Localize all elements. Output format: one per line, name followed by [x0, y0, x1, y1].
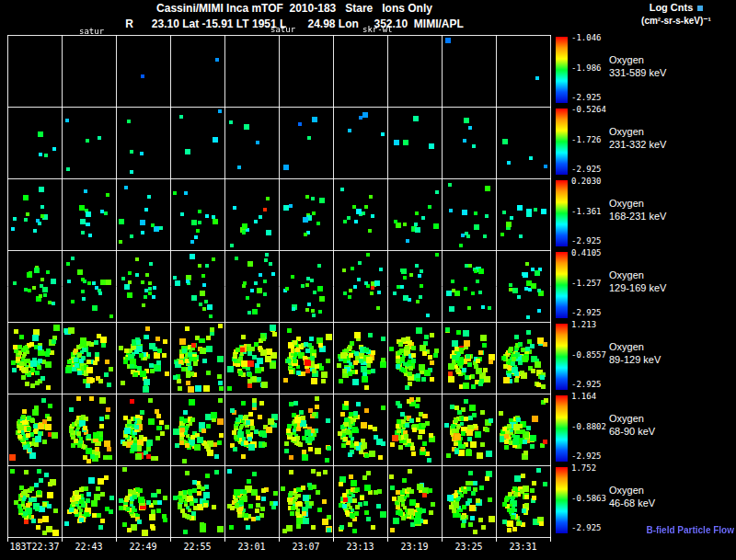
colorbar-min-label: -2.925 — [571, 165, 602, 174]
colorbar-max-label: 1.752 — [571, 463, 596, 473]
energy-band-range: 331-589 keV — [609, 67, 666, 78]
colorbar-legend: Log Cnts (cm²-sr-s-keV)⁻¹ — [618, 2, 734, 26]
colorbar — [556, 37, 568, 103]
time-axis-label: 23:19 — [400, 542, 428, 552]
colorbar-max-label: -0.5264 — [571, 105, 606, 114]
colorbar — [556, 109, 568, 175]
axis-tick-icon — [550, 538, 551, 542]
colorbar-mid-label: -1.361 — [571, 207, 602, 216]
time-axis-label: 22:43 — [75, 542, 102, 552]
colorbar-max-label: 0.4105 — [571, 248, 602, 257]
axis-tick-icon — [7, 538, 8, 542]
bfield-note: B-field Particle Flow — [570, 525, 734, 535]
time-axis-label: 183T22:37 — [9, 542, 59, 552]
energy-band-species: Oxygen — [609, 126, 644, 137]
colorbar-min-label: -2.925 — [571, 308, 602, 317]
colorbar — [556, 324, 568, 390]
time-axis-label: 23:01 — [237, 542, 265, 552]
colorbar-min-label: -2.925 — [571, 93, 602, 102]
energy-band-species: Oxygen — [609, 269, 644, 280]
energy-band-range: 231-332 keV — [609, 139, 666, 150]
colorbar-min-label: -2.925 — [571, 380, 602, 389]
axis-tick-icon — [224, 538, 225, 542]
time-axis-label: 22:49 — [129, 542, 156, 552]
energy-band-species: Oxygen — [609, 485, 644, 496]
colorbar-mid-label: -0.8557 — [571, 350, 606, 360]
colorbar-mid-label: -1.726 — [571, 135, 602, 144]
legend-swatch-icon — [697, 6, 703, 11]
time-axis-label: 22:55 — [183, 542, 211, 552]
colorbar — [556, 467, 568, 533]
time-axis-label: 23:13 — [346, 542, 374, 552]
colorbar-mid-label: -0.8802 — [571, 422, 606, 431]
legend-title: Log Cnts — [650, 2, 694, 13]
inca-stare-display: Cassini/MIMI Inca mTOF 2010-183 Stare Io… — [0, 0, 736, 560]
colorbar-mid-label: -1.986 — [571, 63, 602, 73]
axis-tick-icon — [333, 538, 334, 542]
colorbar-max-label: -1.046 — [571, 33, 602, 42]
axis-tick-icon — [442, 538, 443, 542]
colorbar — [556, 180, 568, 246]
heatmap-grid-canvas — [7, 35, 551, 538]
axis-tick-icon — [387, 538, 388, 542]
energy-band-species: Oxygen — [609, 413, 644, 424]
time-axis-label: 23:31 — [509, 542, 536, 552]
colorbar-max-label: 0.2030 — [571, 177, 602, 186]
axis-tick-icon — [62, 538, 63, 542]
axis-tick-icon — [116, 538, 117, 542]
axis-tick-icon — [496, 538, 497, 542]
energy-band-species: Oxygen — [609, 198, 644, 209]
colorbar-mid-label: -0.5863 — [571, 494, 606, 503]
annotation-saturn-1: satur — [79, 27, 104, 36]
energy-band-species: Oxygen — [609, 54, 644, 65]
legend-units: (cm²-sr-s-keV)⁻¹ — [618, 16, 734, 26]
energy-band-range: 68-90 keV — [609, 426, 655, 437]
energy-band-range: 46-68 keV — [609, 497, 655, 509]
time-axis-label: 23:07 — [292, 542, 319, 552]
energy-band-range: 89-129 keV — [609, 354, 661, 365]
colorbar-mid-label: -1.257 — [571, 279, 602, 288]
axis-tick-icon — [170, 538, 171, 542]
axis-tick-icon — [279, 538, 280, 542]
colorbar — [556, 395, 568, 462]
time-axis-label: 23:25 — [454, 542, 482, 552]
energy-band-range: 129-169 keV — [609, 282, 666, 293]
colorbar-max-label: 1.164 — [571, 392, 596, 401]
colorbar-max-label: 1.213 — [571, 320, 596, 329]
colorbar-min-label: -2.925 — [571, 236, 602, 246]
page-title: Cassini/MIMI Inca mTOF 2010-183 Stare Io… — [0, 2, 589, 15]
energy-band-species: Oxygen — [609, 341, 644, 352]
annotation-saturn-2: satur — [270, 25, 295, 34]
annotation-skr: skr-wl — [362, 25, 393, 34]
colorbar-min-label: -2.925 — [571, 451, 602, 461]
colorbar — [556, 252, 568, 318]
energy-band-range: 168-231 keV — [609, 211, 666, 222]
